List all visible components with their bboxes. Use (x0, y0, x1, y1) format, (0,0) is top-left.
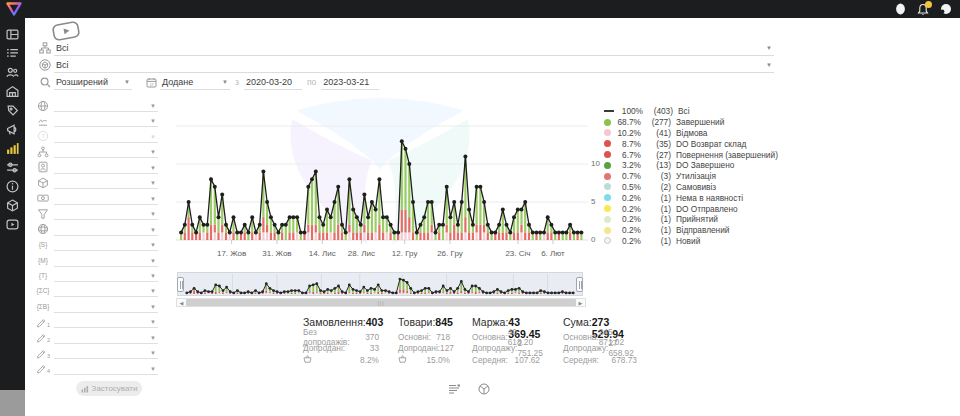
date-from-value: 2020-03-20 (246, 77, 292, 87)
filter-row-globe-grid: ▼ (32, 222, 158, 237)
notifications-bell-icon[interactable] (917, 3, 929, 16)
sidebar-item-analytics[interactable] (0, 139, 25, 158)
chart-scrollbar[interactable]: ◀ ||| ▶ (176, 298, 586, 307)
scrollbar-thumb[interactable]: ||| (186, 299, 576, 306)
filter-select[interactable]: ▼ (54, 254, 158, 267)
product-select[interactable]: Всі ▼ (54, 58, 774, 73)
product-icon (36, 59, 54, 71)
search-filter-row: Розширений ▼ 17 Додане ▼ з 2020-03-20 по… (36, 74, 379, 90)
legend-count: (277) (645, 117, 671, 127)
chevron-down-icon: ▼ (150, 211, 156, 217)
legend-item[interactable]: 8.7%(35)DO Возврат склад (604, 138, 778, 149)
legend-item[interactable]: 100%(403)Всі (604, 106, 778, 117)
chevron-down-icon: ▼ (124, 79, 130, 85)
sidebar-item-warehouse[interactable] (0, 82, 25, 101)
custom-field-4-icon: 4 (32, 362, 54, 374)
legend-item[interactable]: 0.7%(3)Утилізація (604, 171, 778, 182)
app-logo-icon[interactable] (6, 2, 22, 16)
stat-column-сума: Сума:273 529.94Основна:245 871.02Допрода… (563, 316, 637, 366)
stat-sub-value: 107.62 (515, 355, 540, 365)
sidebar-item-purchases[interactable] (0, 101, 25, 120)
x-tick-label: 12. Гру (383, 249, 427, 258)
sidebar-item-orders[interactable] (0, 44, 25, 63)
legend-count: (1) (645, 236, 671, 246)
stat-sub-label: Допродані: (303, 343, 345, 353)
stat-title: Маржа: (472, 316, 508, 328)
legend-dot-swatch (604, 140, 611, 147)
products-globe-icon[interactable] (478, 383, 490, 395)
demo-video-icon[interactable] (51, 20, 82, 43)
sidebar-item-dashboard[interactable] (0, 25, 25, 44)
filter-select[interactable]: ▼ (54, 161, 158, 174)
support-chat-icon[interactable] (895, 3, 906, 15)
legend-count: (1) (645, 204, 671, 214)
filter-select[interactable]: ▼ (54, 114, 158, 127)
filter-select[interactable]: ▼ (54, 176, 158, 189)
filter-select[interactable]: ▼ (54, 315, 158, 328)
sitemap-icon (32, 146, 54, 158)
sidebar-item-customers[interactable] (0, 63, 25, 82)
orders-chart-plot[interactable] (176, 100, 588, 246)
filter-select[interactable]: ▼ (54, 269, 158, 282)
scrollbar-grip-icon: ||| (378, 300, 385, 306)
legend-item[interactable]: 10.2%(41)Відмова (604, 128, 778, 139)
sidebar-item-products[interactable] (0, 196, 25, 215)
stat-sub-label: Допродані: (398, 343, 440, 353)
legend-item[interactable]: 0.5%(2)Самовивіз (604, 182, 778, 193)
filter-select[interactable]: ▼ (54, 300, 158, 313)
legend-count: (1) (645, 225, 671, 235)
legend-count: (403) (647, 106, 673, 116)
filter-select[interactable]: ▼ (54, 99, 158, 112)
sidebar-item-info[interactable] (0, 177, 25, 196)
report-list-icon[interactable] (448, 383, 461, 395)
legend-item[interactable]: 0.2%(1)Нема в наявності (604, 192, 778, 203)
filter-select[interactable]: ▼ (54, 362, 158, 375)
y-tick-label: 10 (591, 159, 600, 168)
filter-select[interactable]: ▼ (54, 207, 158, 220)
legend-item[interactable]: 68.7%(277)Завершений (604, 117, 778, 128)
legend-line-swatch (604, 110, 614, 112)
legend-item[interactable]: 0.2%(1)DO Отправлено (604, 203, 778, 214)
legend-count: (2) (645, 182, 671, 192)
scroll-right-arrow-icon[interactable]: ▶ (576, 299, 585, 306)
legend-item[interactable]: 0.2%(1)Прийнятий (604, 214, 778, 225)
legend-item[interactable]: 6.7%(27)Повернення (завершений) (604, 149, 778, 160)
legend-count: (1) (645, 214, 671, 224)
search-mode-value: Розширений (56, 77, 108, 87)
filter-select[interactable]: ▼ (54, 238, 158, 251)
date-from-input[interactable]: 2020-03-20 (244, 75, 302, 90)
legend-label: DO Завершено (676, 160, 734, 170)
date-to-input[interactable]: 2023-03-21 (321, 75, 379, 90)
legend-label: Утилізація (676, 171, 716, 181)
search-mode-select[interactable]: Розширений ▼ (54, 75, 132, 90)
filter-select[interactable]: ▼ (54, 223, 158, 236)
stat-sub-label: Допродажу: (563, 343, 608, 353)
navigator-right-handle[interactable] (576, 277, 583, 292)
filter-select[interactable]: ▼ (54, 145, 158, 158)
stat-value: 845 (435, 316, 453, 328)
sidebar-item-settings[interactable] (0, 158, 25, 177)
apply-button[interactable]: Застосувати (76, 381, 142, 396)
legend-count: (27) (645, 150, 671, 160)
legend-item[interactable]: 0.2%(1)Відправлений (604, 225, 778, 236)
filter-select[interactable]: ▼ (54, 130, 158, 143)
legend-count: (1) (645, 193, 671, 203)
legend-item[interactable]: 3.2%(13)DO Завершено (604, 160, 778, 171)
source-select[interactable]: Всі ▼ (54, 41, 774, 56)
chevron-down-icon: ▼ (150, 242, 156, 248)
sidebar-item-tutorials[interactable] (0, 215, 25, 234)
sidebar-bottom-widget[interactable] (0, 390, 25, 416)
filter-select[interactable]: ▼ (54, 331, 158, 344)
chart-navigator[interactable] (177, 272, 583, 296)
legend-item[interactable]: 0.2%(1)Новий (604, 236, 778, 247)
scroll-left-arrow-icon[interactable]: ◀ (177, 299, 186, 306)
filter-select[interactable]: ▼ (54, 284, 158, 297)
date-field-select[interactable]: Додане ▼ (160, 75, 230, 90)
navigator-left-handle[interactable] (177, 277, 184, 292)
filter-select[interactable]: ▼ (54, 192, 158, 205)
sidebar-item-marketing[interactable] (0, 120, 25, 139)
legend-count: (13) (645, 160, 671, 170)
x-tick-label: 31. Жов (255, 249, 299, 258)
filter-select[interactable]: ▼ (54, 346, 158, 359)
profile-icon[interactable] (940, 3, 952, 15)
